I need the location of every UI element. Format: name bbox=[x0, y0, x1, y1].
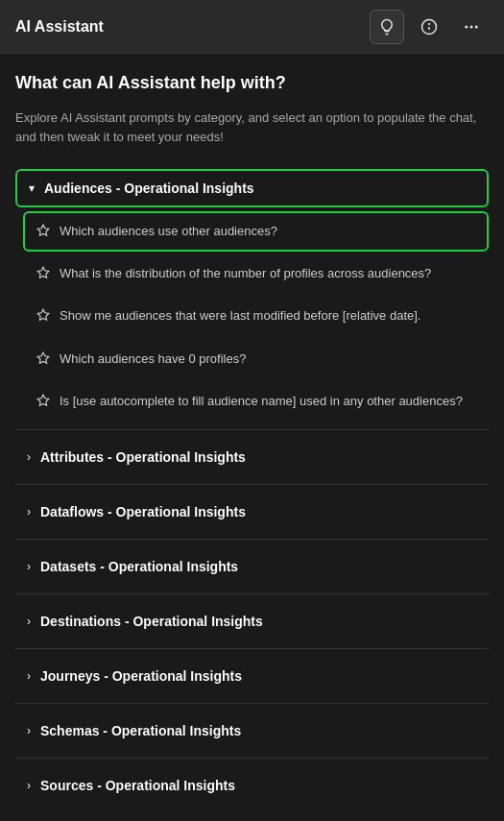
schemas-category[interactable]: › Schemas - Operational Insights bbox=[15, 712, 489, 750]
info-icon-button[interactable] bbox=[412, 10, 446, 44]
destinations-label: Destinations - Operational Insights bbox=[40, 614, 263, 629]
chevron-down-icon: ▾ bbox=[29, 181, 35, 195]
more-icon-button[interactable] bbox=[454, 10, 489, 44]
chevron-right-icon-datasets: › bbox=[27, 560, 31, 573]
schemas-label: Schemas - Operational Insights bbox=[40, 723, 241, 738]
chevron-right-icon-attributes: › bbox=[27, 450, 31, 464]
chevron-right-icon-journeys: › bbox=[27, 669, 31, 683]
prompt-text-2: Show me audiences that were last modifie… bbox=[60, 307, 421, 325]
svg-point-5 bbox=[475, 25, 478, 28]
expanded-category: ▾ Audiences - Operational Insights Which… bbox=[15, 169, 489, 422]
svg-marker-10 bbox=[37, 352, 49, 363]
journeys-label: Journeys - Operational Insights bbox=[40, 668, 242, 684]
audiences-category-children: Which audiences use other audiences? Wha… bbox=[23, 211, 489, 422]
prompt-item-0[interactable]: Which audiences use other audiences? bbox=[23, 211, 489, 252]
prompt-item-4[interactable]: Is [use autocomplete to fill audience na… bbox=[23, 381, 489, 422]
divider-1 bbox=[15, 429, 489, 430]
divider-7 bbox=[15, 758, 489, 759]
bulb-icon-button[interactable] bbox=[370, 10, 404, 44]
divider-5 bbox=[15, 648, 489, 649]
attributes-label: Attributes - Operational Insights bbox=[40, 449, 246, 465]
destinations-category[interactable]: › Destinations - Operational Insights bbox=[15, 602, 489, 640]
svg-marker-9 bbox=[37, 310, 49, 321]
prompt-text-1: What is the distribution of the number o… bbox=[60, 265, 431, 282]
divider-2 bbox=[15, 484, 489, 485]
chevron-right-icon-destinations: › bbox=[27, 615, 31, 628]
datasets-category[interactable]: › Datasets - Operational Insights bbox=[15, 547, 489, 586]
chevron-right-icon-schemas: › bbox=[27, 724, 31, 737]
svg-point-4 bbox=[470, 25, 473, 28]
prompt-star-icon-1 bbox=[36, 266, 50, 279]
page-title: What can AI Assistant help with? bbox=[15, 73, 489, 93]
prompt-star-icon-3 bbox=[36, 351, 50, 365]
svg-marker-11 bbox=[37, 395, 49, 405]
datasets-label: Datasets - Operational Insights bbox=[40, 559, 238, 574]
prompt-item-3[interactable]: Which audiences have 0 profiles? bbox=[23, 339, 489, 379]
page-description: Explore AI Assistant prompts by category… bbox=[15, 109, 489, 146]
prompt-star-icon-0 bbox=[36, 224, 50, 237]
prompt-text-4: Is [use autocomplete to fill audience na… bbox=[60, 393, 463, 410]
dataflows-category[interactable]: › Dataflows - Operational Insights bbox=[15, 493, 489, 531]
prompt-item-1[interactable]: What is the distribution of the number o… bbox=[23, 254, 489, 294]
dataflows-label: Dataflows - Operational Insights bbox=[40, 504, 246, 519]
divider-6 bbox=[15, 703, 489, 704]
main-content: What can AI Assistant help with? Explore… bbox=[0, 54, 504, 821]
prompt-text-3: Which audiences have 0 profiles? bbox=[60, 350, 246, 368]
prompt-text-0: Which audiences use other audiences? bbox=[60, 223, 277, 240]
audiences-category-label: Audiences - Operational Insights bbox=[44, 181, 254, 196]
divider-4 bbox=[15, 593, 489, 594]
audiences-category-header[interactable]: ▾ Audiences - Operational Insights bbox=[15, 169, 489, 207]
divider-3 bbox=[15, 539, 489, 540]
app-header: AI Assistant bbox=[0, 0, 504, 54]
svg-point-3 bbox=[465, 25, 468, 28]
app-title: AI Assistant bbox=[15, 18, 104, 36]
chevron-right-icon-sources: › bbox=[27, 779, 31, 792]
sources-label: Sources - Operational Insights bbox=[40, 778, 235, 793]
prompt-item-2[interactable]: Show me audiences that were last modifie… bbox=[23, 296, 489, 336]
journeys-category[interactable]: › Journeys - Operational Insights bbox=[15, 657, 489, 695]
attributes-category[interactable]: › Attributes - Operational Insights bbox=[15, 438, 489, 476]
svg-marker-8 bbox=[37, 267, 49, 278]
prompt-star-icon-2 bbox=[36, 308, 50, 322]
chevron-right-icon-dataflows: › bbox=[27, 505, 31, 519]
sources-category[interactable]: › Sources - Operational Insights bbox=[15, 766, 489, 805]
header-actions bbox=[370, 10, 489, 44]
prompt-star-icon-4 bbox=[36, 394, 50, 407]
